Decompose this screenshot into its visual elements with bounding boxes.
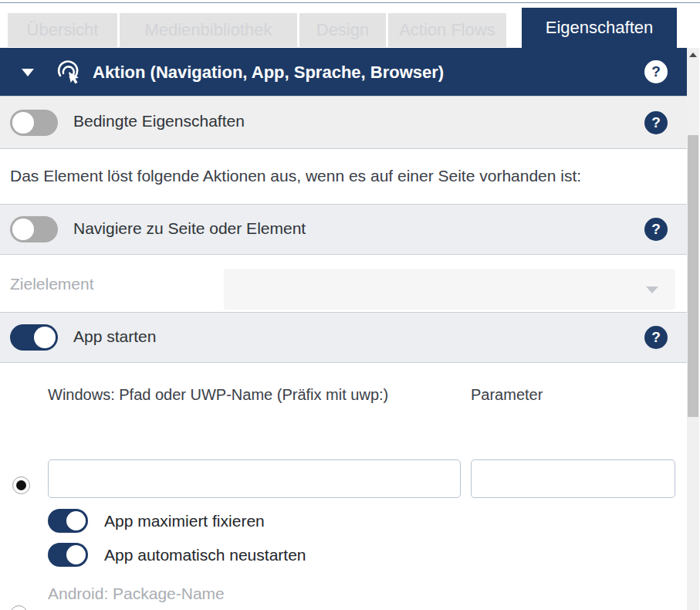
scroll-up-arrow-icon (689, 53, 697, 57)
windows-path-label: Windows: Pfad oder UWP-Name (Präfix mit … (48, 386, 388, 404)
scrollbar-thumb[interactable] (688, 135, 698, 417)
toggle-knob (66, 545, 86, 564)
row-navigiere: Navigiere zu Seite oder Element ? (0, 205, 687, 255)
bedingte-eigenschaften-label: Bedingte Eigenschaften (73, 112, 245, 130)
android-package-label: Android: Package-Name (48, 585, 225, 603)
bedingte-eigenschaften-toggle[interactable] (10, 110, 58, 136)
section-help-button[interactable]: ? (644, 60, 668, 83)
tab-eigenschaften[interactable]: Eigenschaften (522, 8, 677, 48)
eigenschaften-panel: Aktion (Navigation, App, Sprache, Browse… (0, 48, 687, 610)
windows-path-input[interactable] (48, 459, 461, 498)
navigiere-label: Navigiere zu Seite oder Element (73, 219, 306, 238)
windows-radio[interactable] (12, 476, 30, 494)
chevron-down-icon (646, 286, 658, 293)
app-maximiert-label: App maximiert fixieren (104, 512, 265, 530)
tab-uebersicht[interactable]: Übersicht (8, 13, 117, 47)
toggle-knob (12, 112, 34, 134)
aktion-section-header[interactable]: Aktion (Navigation, App, Sprache, Browse… (0, 48, 687, 97)
row-app-starten: App starten ? (0, 313, 687, 363)
properties-panel-window: Übersicht Medienbibliothek Design Action… (0, 0, 700, 610)
app-neustarten-label: App automatisch neustarten (104, 546, 306, 564)
row-bedingte-eigenschaften: Bedingte Eigenschaften ? (0, 97, 687, 149)
vertical-scrollbar[interactable] (687, 48, 699, 610)
toggle-knob (34, 327, 56, 348)
toggle-knob (12, 219, 34, 240)
collapse-caret-icon[interactable] (22, 69, 34, 76)
app-maximiert-toggle[interactable] (48, 509, 88, 533)
navigiere-help-button[interactable]: ? (644, 218, 668, 241)
scrollbar-up-button[interactable] (687, 48, 699, 62)
navigiere-toggle[interactable] (10, 216, 58, 242)
row-zielelement: Zielelement (0, 255, 687, 313)
parameter-input[interactable] (471, 459, 675, 498)
app-starten-help-button[interactable]: ? (644, 326, 668, 349)
parameter-label: Parameter (471, 386, 543, 404)
tab-medienbibliothek[interactable]: Medienbibliothek (120, 13, 297, 47)
zielelement-label: Zielelement (10, 275, 94, 293)
tab-action-flows[interactable]: Action Flows (388, 13, 506, 47)
description-text: Das Element löst folgende Aktionen aus, … (10, 167, 581, 185)
app-starten-toggle[interactable] (10, 324, 58, 351)
app-starten-label: App starten (73, 327, 156, 346)
tab-design[interactable]: Design (299, 13, 386, 47)
toggle-knob (66, 511, 86, 530)
row-description: Das Element löst folgende Aktionen aus, … (0, 149, 687, 205)
bedingte-help-button[interactable]: ? (644, 111, 668, 134)
zielelement-dropdown[interactable] (224, 269, 675, 310)
app-neustarten-toggle[interactable] (48, 543, 88, 567)
click-action-icon (56, 59, 83, 86)
app-starten-details: Windows: Pfad oder UWP-Name (Präfix mit … (0, 363, 687, 610)
top-divider (0, 2, 700, 3)
section-title: Aktion (Navigation, App, Sprache, Browse… (93, 48, 444, 97)
radio-selected-dot (16, 480, 26, 490)
